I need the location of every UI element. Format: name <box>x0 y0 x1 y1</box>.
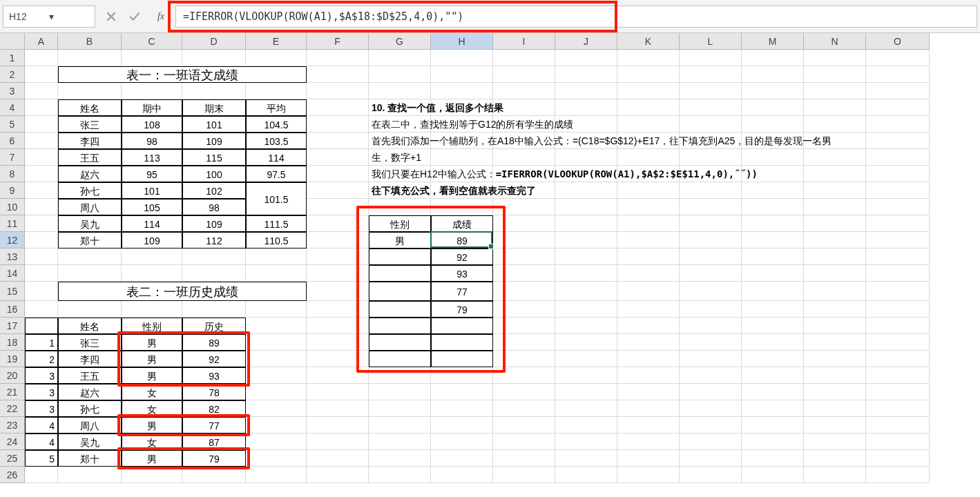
column-header-B[interactable]: B <box>58 33 122 50</box>
cell-G13-content[interactable] <box>369 248 431 265</box>
cell-D13[interactable] <box>182 248 246 265</box>
cell-M10[interactable] <box>742 199 804 215</box>
cell-C10-content[interactable]: 105 <box>122 199 182 215</box>
cell-E20[interactable] <box>246 367 307 384</box>
cell-N3[interactable] <box>804 83 866 99</box>
name-box[interactable]: H12 ▾ <box>3 6 95 28</box>
cell-E4-content[interactable]: 平均 <box>246 99 307 116</box>
cell-A9[interactable] <box>25 182 58 199</box>
cell-E17[interactable] <box>246 318 307 334</box>
cell-F15[interactable] <box>307 282 369 301</box>
cell-L23[interactable] <box>680 417 742 433</box>
cell-K12[interactable] <box>617 232 680 248</box>
cell-I19[interactable] <box>493 351 555 367</box>
cell-G2[interactable] <box>369 66 431 83</box>
cell-G20[interactable] <box>369 367 431 384</box>
cell-B8-content[interactable]: 赵六 <box>58 166 122 182</box>
cell-M23[interactable] <box>742 417 804 433</box>
row-header-16[interactable]: 16 <box>0 301 25 318</box>
cell-B4-content[interactable]: 姓名 <box>58 99 122 116</box>
cell-F14[interactable] <box>307 265 369 282</box>
cell-M18[interactable] <box>742 334 804 351</box>
cell-J17[interactable] <box>555 318 617 334</box>
cell-N1[interactable] <box>804 50 866 66</box>
cell-I12[interactable] <box>493 232 555 248</box>
cell-H15-content[interactable]: 77 <box>431 282 493 301</box>
cell-M24[interactable] <box>742 433 804 450</box>
cell-H16-content[interactable]: 79 <box>431 301 493 318</box>
cell-L10[interactable] <box>680 199 742 215</box>
cell-N25[interactable] <box>804 450 866 467</box>
cell-A11[interactable] <box>25 215 58 232</box>
cell-B12-content[interactable]: 郑十 <box>58 232 122 248</box>
cell-O21[interactable] <box>866 384 930 400</box>
cell-L16[interactable] <box>680 301 742 318</box>
cell-D9-content[interactable]: 102 <box>182 182 246 199</box>
cell-O16[interactable] <box>866 301 930 318</box>
cell-F19[interactable] <box>307 351 369 367</box>
cell-K18[interactable] <box>617 334 680 351</box>
cell-I21[interactable] <box>493 384 555 400</box>
cell-N16[interactable] <box>804 301 866 318</box>
cell-E12-content[interactable]: 110.5 <box>246 232 307 248</box>
cell-A10[interactable] <box>25 199 58 215</box>
cell-A19-content[interactable]: 2 <box>25 351 58 367</box>
cell-I24[interactable] <box>493 433 555 450</box>
cell-L26[interactable] <box>680 467 742 483</box>
cell-I18[interactable] <box>493 334 555 351</box>
cell-A22-content[interactable]: 3 <box>25 400 58 417</box>
cell-D5-content[interactable]: 101 <box>182 116 246 133</box>
cell-D17-content[interactable]: 历史 <box>182 318 246 334</box>
cell-A1[interactable] <box>25 50 58 66</box>
cell-B17-content[interactable]: 姓名 <box>58 318 122 334</box>
cell-F25[interactable] <box>307 450 369 467</box>
row-header-13[interactable]: 13 <box>0 248 25 265</box>
cell-G10[interactable] <box>369 199 431 215</box>
cell-B10-content[interactable]: 周八 <box>58 199 122 215</box>
cell-C7-content[interactable]: 113 <box>122 149 182 166</box>
formula-input[interactable]: =IFERROR(VLOOKUP(ROW(A1),$A$18:$D$25,4,0… <box>175 6 977 28</box>
cell-L12[interactable] <box>680 232 742 248</box>
row-header-15[interactable]: 15 <box>0 282 25 301</box>
cell-M14[interactable] <box>742 265 804 282</box>
cell-I26[interactable] <box>493 467 555 483</box>
cell-H11-content[interactable]: 成绩 <box>431 215 493 232</box>
cell-B13[interactable] <box>58 248 122 265</box>
cell-C20-content[interactable]: 男 <box>122 367 182 384</box>
cell-E6-content[interactable]: 103.5 <box>246 133 307 149</box>
cell-M22[interactable] <box>742 400 804 417</box>
cell-D4-content[interactable]: 期末 <box>182 99 246 116</box>
cell-C19-content[interactable]: 男 <box>122 351 182 367</box>
cell-L1[interactable] <box>680 50 742 66</box>
cell-B15-content[interactable]: 表二：一班历史成绩 <box>58 282 307 301</box>
cell-C16[interactable] <box>122 301 182 318</box>
cell-M17[interactable] <box>742 318 804 334</box>
cell-G18-content[interactable] <box>369 334 431 351</box>
chevron-down-icon[interactable]: ▾ <box>49 11 89 22</box>
cell-O15[interactable] <box>866 282 930 301</box>
cell-B23-content[interactable]: 周八 <box>58 417 122 433</box>
row-header-7[interactable]: 7 <box>0 149 25 166</box>
row-header-4[interactable]: 4 <box>0 99 25 116</box>
cell-M20[interactable] <box>742 367 804 384</box>
cell-I25[interactable] <box>493 450 555 467</box>
cell-E13[interactable] <box>246 248 307 265</box>
cell-I17[interactable] <box>493 318 555 334</box>
cell-D21-content[interactable]: 78 <box>182 384 246 400</box>
cell-E18[interactable] <box>246 334 307 351</box>
cell-A3[interactable] <box>25 83 58 99</box>
cell-E16[interactable] <box>246 301 307 318</box>
cell-B1[interactable] <box>58 50 122 66</box>
cell-A23-content[interactable]: 4 <box>25 417 58 433</box>
cell-J26[interactable] <box>555 467 617 483</box>
cell-B14[interactable] <box>58 265 122 282</box>
cell-G19-content[interactable] <box>369 351 431 367</box>
select-all-corner[interactable] <box>0 33 25 50</box>
cell-G14-content[interactable] <box>369 265 431 282</box>
cell-J21[interactable] <box>555 384 617 400</box>
cell-K3[interactable] <box>617 83 680 99</box>
cell-G16-content[interactable] <box>369 301 431 318</box>
cell-K13[interactable] <box>617 248 680 265</box>
row-header-17[interactable]: 17 <box>0 318 25 334</box>
cell-C18-content[interactable]: 男 <box>122 334 182 351</box>
